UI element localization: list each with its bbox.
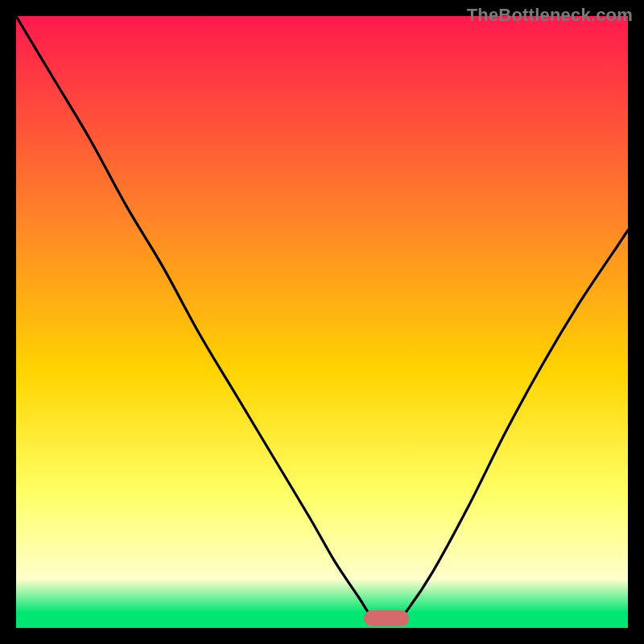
optimal-marker xyxy=(364,610,409,626)
heat-gradient-background xyxy=(16,16,628,628)
watermark-label: TheBottleneck.com xyxy=(467,5,633,26)
plot-area xyxy=(16,16,628,628)
chart-frame: TheBottleneck.com xyxy=(0,0,644,644)
gradient-rect xyxy=(16,16,628,628)
